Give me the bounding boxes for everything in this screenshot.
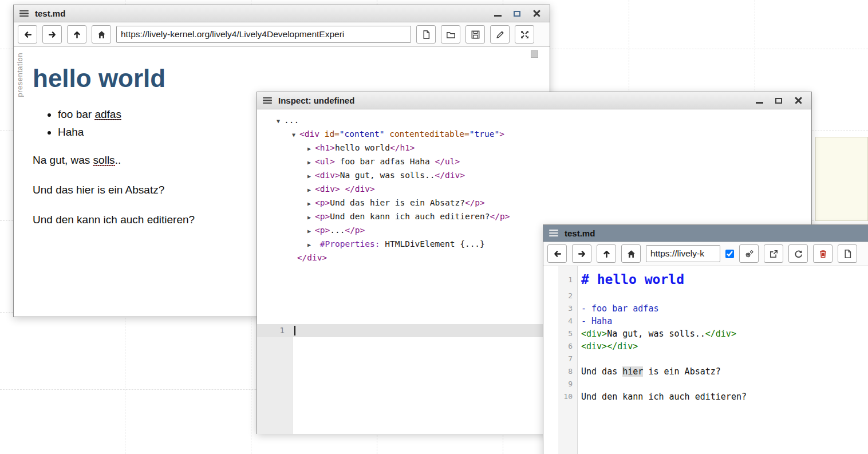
gutter	[257, 324, 293, 434]
dom-tree-node[interactable]: ▶<p>Und das hier is ein Absatz?</p>	[277, 196, 811, 210]
text-segment: Und den kann ich auch editieren?	[33, 214, 195, 226]
delete-button[interactable]	[813, 244, 833, 263]
text-segment: </div>	[705, 329, 736, 339]
minimize-button[interactable]	[493, 9, 502, 18]
url-input[interactable]	[646, 245, 720, 262]
text-segment: </p>	[490, 212, 510, 221]
code-line[interactable]	[581, 290, 868, 302]
dom-tree-node[interactable]: ▶<div> </div>	[277, 183, 811, 196]
close-button[interactable]	[532, 9, 541, 18]
line-number: 8	[558, 365, 577, 378]
text-segment: ▶	[307, 143, 315, 155]
window-title: test.md	[565, 228, 595, 238]
close-button[interactable]	[794, 96, 803, 105]
window-menu-icon[interactable]	[549, 230, 558, 236]
browser-toolbar	[14, 22, 550, 47]
fullscreen-button[interactable]	[515, 25, 534, 44]
code-line[interactable]	[581, 378, 868, 390]
maximize-button[interactable]	[774, 96, 783, 105]
url-input[interactable]	[116, 26, 411, 43]
titlebar[interactable]: test.md	[543, 225, 868, 242]
refresh-button[interactable]	[788, 244, 808, 263]
forward-button[interactable]	[572, 244, 591, 263]
titlebar[interactable]: Inspect: undefined	[257, 92, 811, 109]
back-button[interactable]	[18, 25, 37, 44]
text-segment: Und das hier is ein Absatz?	[330, 198, 465, 207]
code-line[interactable]	[581, 353, 868, 365]
text-segment: </p>	[465, 198, 485, 207]
text-segment: ▶	[307, 225, 315, 238]
line-number: 10	[558, 390, 577, 403]
new-file-button[interactable]	[416, 25, 436, 44]
text-segment: "true"	[469, 129, 499, 139]
text-segment: ▼	[292, 129, 299, 141]
forward-arrow-icon	[577, 249, 587, 259]
text-segment: hier	[622, 366, 643, 377]
new-file-button[interactable]	[838, 244, 857, 263]
text-segment: </div>	[297, 253, 327, 262]
text-segment: id=	[319, 129, 340, 139]
text-segment: ..	[115, 154, 121, 166]
back-arrow-icon	[23, 30, 33, 40]
text-segment: ...	[284, 116, 299, 125]
line-number-gutter: 12345678910	[558, 266, 578, 454]
text-segment: Haha	[58, 126, 84, 138]
home-button[interactable]	[621, 244, 641, 263]
text-cursor	[294, 326, 295, 335]
dom-tree-node[interactable]: ▶<div>Na gut, was solls..</div>	[277, 169, 811, 183]
window-menu-icon[interactable]	[19, 10, 29, 17]
external-link-icon	[769, 249, 779, 259]
open-external-button[interactable]	[764, 244, 783, 263]
text-segment: solls	[93, 154, 115, 166]
text-segment: <p>	[315, 212, 330, 221]
code-line[interactable]: - Haha	[581, 315, 868, 327]
code-area[interactable]: # hello world- foo bar adfas- Haha<div>N…	[578, 266, 868, 454]
gears-icon	[744, 249, 754, 259]
dom-tree-node[interactable]: ▼...	[277, 114, 811, 128]
text-segment: </div>	[435, 171, 465, 180]
code-editor: 12345678910 # hello world- foo bar adfas…	[543, 266, 868, 454]
text-segment: is ein Absatz?	[643, 366, 720, 377]
scrollbar-thumb[interactable]	[531, 50, 538, 58]
text-segment: ▶	[307, 170, 315, 183]
folder-button[interactable]	[441, 25, 460, 44]
code-line[interactable]: # hello world	[581, 270, 868, 290]
titlebar[interactable]: test.md	[14, 5, 550, 22]
code-line[interactable]: <div>Na gut, was solls..</div>	[581, 327, 868, 340]
dom-tree-node[interactable]: ▼<div id="content" contenteditable="true…	[277, 128, 811, 141]
dom-tree-node[interactable]: ▶<p>Und den kann ich auch editieren?</p>	[277, 210, 811, 224]
settings-button[interactable]	[739, 244, 759, 263]
dom-tree-node[interactable]: ▶<h1>hello world</h1>	[277, 141, 811, 155]
minimize-button[interactable]	[755, 96, 764, 105]
up-button[interactable]	[67, 25, 86, 44]
up-button[interactable]	[597, 244, 616, 263]
text-segment: Na gut, was solls..	[607, 329, 705, 339]
forward-arrow-icon	[48, 30, 57, 40]
window-menu-icon[interactable]	[263, 97, 272, 104]
text-segment: # hello world	[581, 272, 684, 287]
background-panel	[815, 137, 868, 221]
editor-margin	[543, 266, 558, 454]
url-options-checkbox[interactable]	[725, 250, 734, 258]
dom-tree-node[interactable]: ▶<ul> foo bar adfas Haha </ul>	[277, 155, 811, 169]
maximize-button[interactable]	[512, 9, 522, 18]
code-line[interactable]: <div></div>	[581, 340, 868, 353]
save-button[interactable]	[465, 25, 485, 44]
window-markdown-editor: test.md	[543, 224, 868, 454]
back-button[interactable]	[547, 244, 567, 263]
text-segment: #Properties:	[315, 239, 380, 248]
text-segment: HTMLDivElement {...}	[380, 239, 485, 248]
text-segment: ...	[330, 226, 345, 235]
line-number: 4	[558, 315, 577, 327]
forward-button[interactable]	[42, 25, 62, 44]
line-number: 2	[558, 290, 577, 302]
edit-button[interactable]	[490, 25, 510, 44]
home-button[interactable]	[92, 25, 111, 44]
code-line[interactable]: Und den kann ich auch editieren?	[581, 390, 868, 403]
text-segment: <p>	[315, 198, 330, 207]
text-segment: Und das	[581, 366, 622, 377]
code-line[interactable]: Und das hier is ein Absatz?	[581, 365, 868, 378]
line-number: 9	[558, 378, 577, 390]
text-segment: Und den kann ich auch editieren?	[330, 212, 490, 221]
code-line[interactable]: - foo bar adfas	[581, 302, 868, 315]
